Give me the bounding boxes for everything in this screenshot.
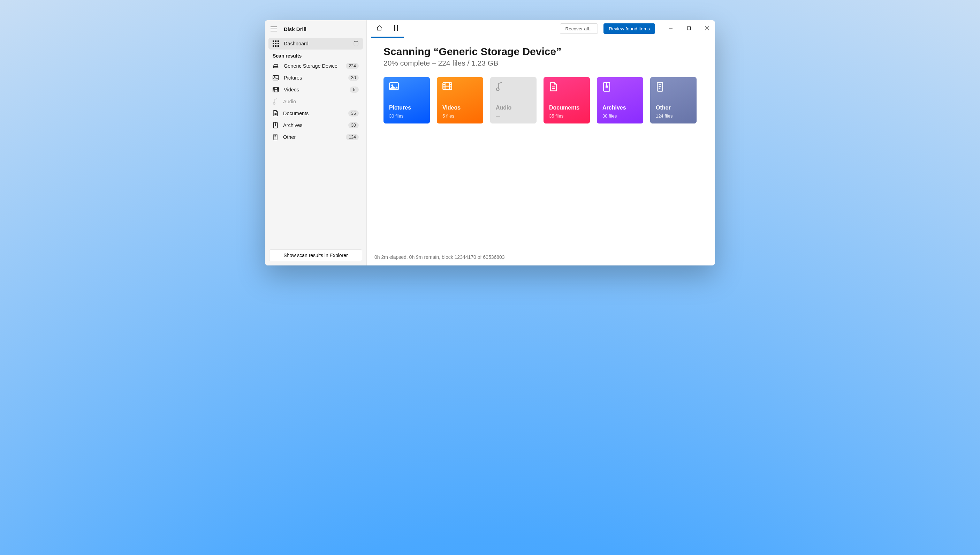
sidebar-item-label: Generic Storage Device xyxy=(284,63,337,69)
window-maximize-button[interactable] xyxy=(681,20,697,37)
sidebar-item-pictures[interactable]: Pictures 30 xyxy=(269,72,363,84)
card-sub: 30 files xyxy=(389,113,403,119)
grid-icon xyxy=(273,40,279,47)
svg-rect-8 xyxy=(275,45,277,47)
sidebar-item-count: 30 xyxy=(348,122,359,128)
svg-rect-3 xyxy=(278,40,279,42)
svg-rect-27 xyxy=(606,86,608,87)
card-sub: 5 files xyxy=(443,113,454,119)
image-icon xyxy=(273,75,279,80)
document-icon xyxy=(273,110,278,117)
sidebar-item-count: 224 xyxy=(346,63,359,69)
card-title: Pictures xyxy=(389,105,411,111)
file-icon xyxy=(273,134,278,140)
pause-button[interactable] xyxy=(388,20,404,37)
svg-rect-1 xyxy=(273,40,274,42)
sidebar-item-count: 30 xyxy=(348,75,359,81)
svg-rect-2 xyxy=(275,40,277,42)
close-icon xyxy=(705,26,709,32)
sidebar-section-scan-results: Scan results xyxy=(265,50,366,60)
image-icon xyxy=(389,85,399,91)
sidebar-item-count: 124 xyxy=(346,134,359,140)
sidebar-item-label: Audio xyxy=(283,99,296,104)
home-icon xyxy=(376,25,382,32)
review-found-items-button[interactable]: Review found items xyxy=(603,23,655,34)
svg-rect-17 xyxy=(275,125,276,125)
svg-point-15 xyxy=(273,103,275,104)
minimize-icon xyxy=(669,26,673,32)
svg-rect-9 xyxy=(278,45,279,47)
svg-rect-19 xyxy=(394,25,395,31)
archive-icon xyxy=(603,87,611,93)
sidebar-item-label: Other xyxy=(283,134,296,140)
svg-point-25 xyxy=(496,88,499,91)
sidebar-item-archives[interactable]: Archives 30 xyxy=(269,119,363,131)
card-title: Archives xyxy=(603,105,626,111)
sidebar: Disk Drill Dashboard Scan results Generi… xyxy=(265,20,367,265)
file-icon xyxy=(656,87,664,93)
svg-point-11 xyxy=(277,67,278,68)
loading-spinner-icon xyxy=(353,41,359,47)
sidebar-item-label: Videos xyxy=(284,87,299,93)
svg-rect-5 xyxy=(275,43,277,44)
film-icon xyxy=(443,85,452,91)
sidebar-item-label: Dashboard xyxy=(284,41,309,47)
svg-rect-28 xyxy=(657,82,662,91)
card-archives[interactable]: Archives 30 files xyxy=(597,77,643,124)
show-in-explorer-button[interactable]: Show scan results in Explorer xyxy=(269,249,362,261)
sidebar-item-documents[interactable]: Documents 35 xyxy=(269,107,363,119)
svg-rect-4 xyxy=(273,43,274,44)
svg-rect-12 xyxy=(273,75,278,80)
card-title: Audio xyxy=(496,105,512,111)
sidebar-item-label: Pictures xyxy=(284,75,302,80)
app-window: Disk Drill Dashboard Scan results Generi… xyxy=(265,20,715,265)
pause-icon xyxy=(393,25,398,32)
svg-rect-6 xyxy=(278,43,279,44)
sidebar-item-device[interactable]: Generic Storage Device 224 xyxy=(269,60,363,72)
card-sub: 30 files xyxy=(603,113,617,119)
window-minimize-button[interactable] xyxy=(663,20,679,37)
card-documents[interactable]: Documents 35 files xyxy=(544,77,590,124)
card-other[interactable]: Other 124 files xyxy=(650,77,697,124)
sidebar-item-count: 5 xyxy=(350,87,359,93)
app-title: Disk Drill xyxy=(284,26,307,32)
svg-rect-20 xyxy=(397,25,398,31)
sidebar-item-dashboard[interactable]: Dashboard xyxy=(269,38,363,50)
maximize-icon xyxy=(687,26,691,32)
sidebar-item-count: 35 xyxy=(348,110,359,117)
svg-rect-7 xyxy=(273,45,274,47)
category-cards: Pictures 30 files Videos 5 files Audio — xyxy=(384,77,698,124)
card-sub: 124 files xyxy=(656,113,673,119)
svg-rect-21 xyxy=(687,27,691,30)
card-title: Videos xyxy=(443,105,460,111)
sidebar-item-audio[interactable]: Audio xyxy=(269,96,363,107)
film-icon xyxy=(273,87,279,93)
card-videos[interactable]: Videos 5 files xyxy=(437,77,483,124)
sidebar-item-videos[interactable]: Videos 5 xyxy=(269,84,363,96)
page-title: Scanning “Generic Storage Device” xyxy=(384,46,698,58)
disk-icon xyxy=(273,64,279,68)
window-close-button[interactable] xyxy=(699,20,715,37)
card-sub: 35 files xyxy=(549,113,563,119)
sidebar-item-other[interactable]: Other 124 xyxy=(269,131,363,143)
sidebar-item-label: Documents xyxy=(283,111,309,116)
svg-rect-18 xyxy=(274,134,277,140)
card-title: Documents xyxy=(549,105,579,111)
progress-subtitle: 20% complete – 224 files / 1.23 GB xyxy=(384,59,698,67)
status-line: 0h 2m elapsed, 0h 9m remain, block 12344… xyxy=(367,254,715,265)
card-pictures[interactable]: Pictures 30 files xyxy=(384,77,430,124)
menu-button[interactable] xyxy=(270,25,278,33)
card-audio[interactable]: Audio — xyxy=(490,77,537,124)
main-pane: Recover all... Review found items Scanni… xyxy=(367,20,715,265)
archive-icon xyxy=(273,122,278,128)
recover-all-button[interactable]: Recover all... xyxy=(560,23,598,34)
card-title: Other xyxy=(656,105,671,111)
card-sub: — xyxy=(496,113,500,119)
music-icon xyxy=(496,86,504,92)
document-icon xyxy=(549,87,558,93)
tab-home[interactable] xyxy=(371,20,388,37)
topbar: Recover all... Review found items xyxy=(367,20,715,37)
music-icon xyxy=(273,98,278,105)
sidebar-item-label: Archives xyxy=(283,122,303,128)
